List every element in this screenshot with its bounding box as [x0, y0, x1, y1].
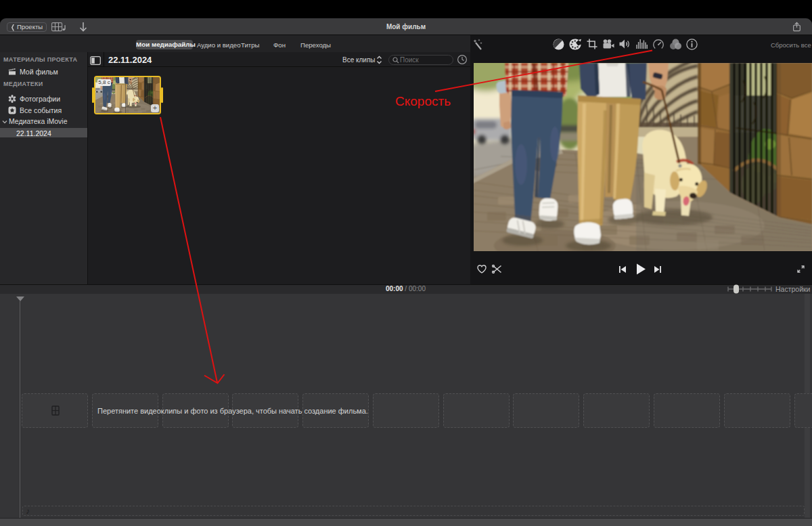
- svg-text:Скорость: Скорость: [395, 94, 451, 108]
